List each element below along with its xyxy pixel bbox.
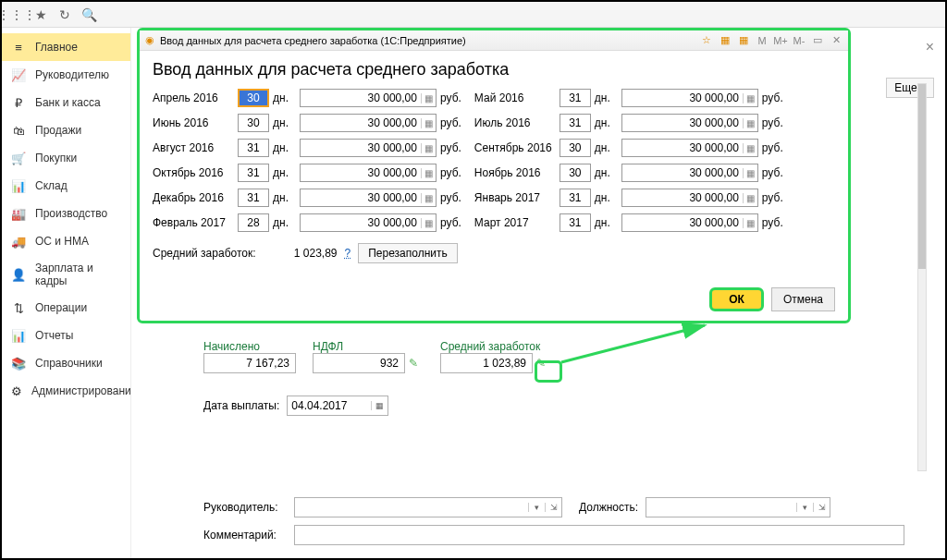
sidebar-item-label: Справочники: [35, 357, 103, 370]
tb-cal1-icon[interactable]: ▦: [719, 34, 732, 47]
comment-row: Комментарий:: [203, 525, 925, 545]
days-input[interactable]: [238, 89, 269, 107]
days-unit: дн.: [595, 91, 610, 104]
tb-close-icon[interactable]: ✕: [830, 34, 842, 47]
edit-avg-icon[interactable]: ✎: [536, 357, 546, 370]
accrued-input[interactable]: [203, 353, 296, 373]
ok-button[interactable]: ОК: [709, 287, 764, 311]
chevron-down-icon[interactable]: ▾: [796, 503, 813, 512]
amount-input[interactable]: 30 000,00▦: [300, 114, 437, 132]
help-link[interactable]: ?: [345, 247, 351, 260]
days-input[interactable]: [560, 114, 591, 132]
calc-icon[interactable]: ▦: [743, 218, 757, 228]
avg-label: Средний заработок: [440, 340, 570, 353]
amount-input[interactable]: 30 000,00▦: [621, 89, 758, 107]
tb-min-icon[interactable]: ▭: [811, 34, 824, 47]
sidebar-item-production[interactable]: 🏭Производство: [2, 200, 130, 227]
sidebar-item-salary[interactable]: 👤Зарплата и кадры: [2, 255, 130, 294]
tb-m[interactable]: M: [756, 34, 769, 47]
days-input[interactable]: [560, 139, 591, 157]
sidebar-item-reports[interactable]: 📊Отчеты: [2, 322, 130, 349]
days-input[interactable]: [238, 164, 269, 182]
days-input[interactable]: [238, 139, 269, 157]
amount-input[interactable]: 30 000,00▦: [621, 164, 758, 182]
calc-icon[interactable]: ▦: [421, 118, 436, 128]
calc-icon[interactable]: ▦: [421, 143, 436, 153]
sidebar-item-stock[interactable]: 📊Склад: [2, 172, 130, 200]
month-label: Май 2016: [474, 91, 560, 104]
amount-input[interactable]: 30 000,00▦: [300, 89, 437, 107]
tb-mplus[interactable]: M+: [774, 34, 787, 47]
sidebar-item-sales[interactable]: 🛍Продажи: [2, 116, 130, 144]
pay-date-value: 04.04.2017: [288, 399, 371, 412]
refill-button[interactable]: Перезаполнить: [358, 243, 458, 263]
currency-unit: руб.: [762, 91, 783, 104]
calc-icon[interactable]: ▦: [421, 193, 436, 203]
days-unit: дн.: [273, 191, 289, 204]
sidebar-item-os-nma[interactable]: 🚚ОС и НМА: [2, 227, 130, 255]
amount-input[interactable]: 30 000,00▦: [621, 114, 758, 132]
cancel-button[interactable]: Отмена: [771, 287, 835, 311]
calc-icon[interactable]: ▦: [421, 93, 436, 103]
sidebar-item-manager[interactable]: 📈Руководителю: [2, 61, 130, 89]
calc-icon[interactable]: ▦: [743, 118, 757, 128]
sidebar-item-catalogs[interactable]: 📚Справочники: [2, 349, 130, 377]
data-row: Июнь 2016дн.30 000,00▦руб.Июль 2016дн.30…: [153, 114, 835, 132]
days-input[interactable]: [560, 164, 591, 182]
amount-input[interactable]: 30 000,00▦: [621, 139, 758, 157]
days-input[interactable]: [560, 89, 591, 107]
sidebar-item-bank[interactable]: ₽Банк и касса: [2, 89, 130, 116]
calendar-icon[interactable]: ▦: [371, 401, 387, 410]
sidebar-item-purchases[interactable]: 🛒Покупки: [2, 144, 130, 172]
comment-input[interactable]: [294, 525, 904, 545]
search-icon[interactable]: 🔍: [81, 7, 96, 22]
calc-icon[interactable]: ▦: [421, 168, 436, 178]
amount-input[interactable]: 30 000,00▦: [300, 139, 437, 157]
sidebar-item-main[interactable]: ≡Главное: [2, 33, 130, 61]
home-icon: ≡: [11, 40, 26, 55]
calc-icon[interactable]: ▦: [743, 143, 757, 153]
avg-input[interactable]: [440, 353, 533, 373]
avg-row: Средний заработок: 1 023,89 ? Перезаполн…: [153, 243, 835, 263]
more-button[interactable]: Еще ▾: [886, 78, 934, 98]
tb-fav-icon[interactable]: ☆: [700, 34, 713, 47]
sidebar-item-label: Склад: [35, 179, 68, 192]
tb-mminus[interactable]: M-: [793, 34, 806, 47]
days-unit: дн.: [595, 141, 610, 154]
scrollbar[interactable]: [917, 83, 927, 471]
amount-input[interactable]: 30 000,00▦: [621, 189, 758, 207]
manager-select[interactable]: ▾ ⇲: [294, 497, 562, 517]
history-icon[interactable]: ↻: [57, 7, 72, 22]
edit-ndfl-icon[interactable]: ✎: [409, 357, 418, 370]
days-input[interactable]: [238, 213, 269, 232]
amount-input[interactable]: 30 000,00▦: [300, 213, 437, 232]
days-input[interactable]: [238, 189, 269, 207]
chevron-down-icon[interactable]: ▾: [528, 503, 545, 512]
calc-icon[interactable]: ▦: [743, 93, 757, 103]
month-label: Январь 2017: [474, 191, 560, 204]
tb-cal2-icon[interactable]: ▦: [737, 34, 750, 47]
days-unit: дн.: [595, 166, 610, 179]
amount-input[interactable]: 30 000,00▦: [621, 213, 758, 232]
calc-icon[interactable]: ▦: [421, 218, 436, 228]
scrollbar-thumb[interactable]: [918, 84, 926, 269]
avg-value: 1 023,89: [264, 247, 338, 260]
amount-input[interactable]: 30 000,00▦: [300, 164, 437, 182]
star-icon[interactable]: ★: [33, 7, 48, 22]
close-icon[interactable]: ×: [926, 39, 934, 55]
amount-input[interactable]: 30 000,00▦: [300, 189, 437, 207]
ndfl-input[interactable]: [313, 353, 405, 373]
sidebar-item-admin[interactable]: ⚙Администрирование: [2, 377, 130, 405]
pay-date-input[interactable]: 04.04.2017 ▦: [287, 396, 388, 416]
calc-icon[interactable]: ▦: [743, 168, 757, 178]
open-icon[interactable]: ⇲: [545, 503, 561, 512]
month-label: Июль 2016: [474, 116, 560, 129]
sidebar-item-operations[interactable]: ⇅Операции: [2, 294, 130, 322]
days-input[interactable]: [560, 189, 591, 207]
apps-icon[interactable]: ⋮⋮⋮: [9, 7, 24, 22]
days-input[interactable]: [560, 213, 591, 232]
open-icon[interactable]: ⇲: [813, 503, 830, 512]
calc-icon[interactable]: ▦: [743, 193, 757, 203]
days-input[interactable]: [238, 114, 269, 132]
position-select[interactable]: ▾ ⇲: [646, 497, 830, 517]
